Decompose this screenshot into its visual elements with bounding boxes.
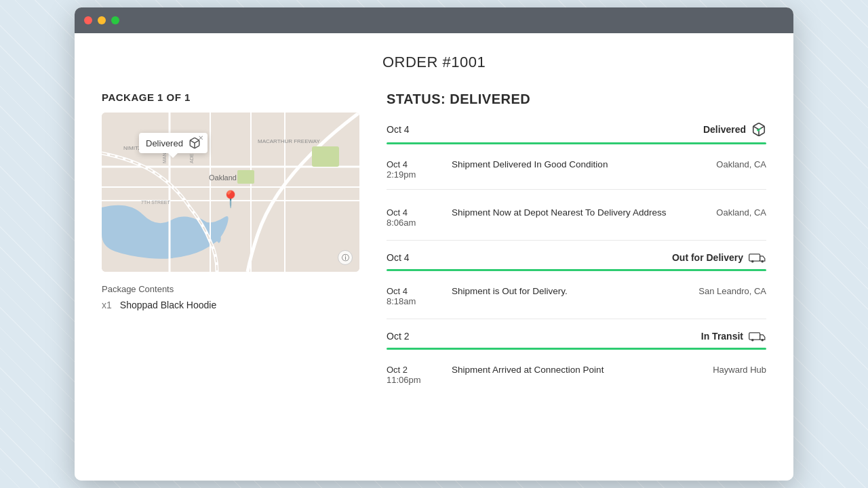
event-datetime: Oct 4 8:06am bbox=[387, 207, 441, 228]
map-popup: Delivered ✕ bbox=[139, 133, 208, 153]
event-description: Shipment Now at Depot Nearest To Deliver… bbox=[441, 207, 716, 218]
event-location: San Leandro, CA bbox=[698, 286, 766, 296]
group-divider bbox=[387, 240, 766, 241]
section-status-in-transit: In Transit bbox=[701, 330, 766, 342]
maximize-button[interactable] bbox=[111, 16, 119, 24]
popup-text: Delivered bbox=[146, 138, 183, 148]
close-button[interactable] bbox=[84, 16, 92, 24]
event-location: Hayward Hub bbox=[713, 365, 766, 375]
event-row: Oct 2 11:06pm Shipment Arrived at Connec… bbox=[387, 358, 766, 392]
event-datetime: Oct 4 2:19pm bbox=[387, 159, 441, 180]
section-header-delivered: Oct 4 Delivered bbox=[387, 122, 766, 142]
event-description: Shipment is Out for Delivery. bbox=[441, 286, 698, 296]
event-datetime: Oct 4 8:18am bbox=[387, 286, 441, 306]
out-delivery-progress-bar bbox=[387, 269, 766, 271]
out-delivery-label: Out for Delivery bbox=[672, 252, 743, 263]
event-row: Oct 4 8:18am Shipment is Out for Deliver… bbox=[387, 279, 766, 313]
popup-close-button[interactable]: ✕ bbox=[198, 134, 203, 142]
item-name: Shoppad Black Hoodie bbox=[120, 300, 216, 310]
left-panel: PACKAGE 1 OF 1 bbox=[102, 92, 359, 397]
event-row: Oct 4 2:19pm Shipment Delivered In Good … bbox=[387, 152, 766, 186]
event-description: Shipment Arrived at Connection Point bbox=[441, 365, 713, 375]
map-container[interactable]: Oakland NIMITZ FREEWAY MACARTHUR FREEWAY… bbox=[102, 113, 359, 272]
map-info-button[interactable]: ⓘ bbox=[338, 250, 353, 265]
svg-point-16 bbox=[751, 339, 754, 342]
contents-item: x1 Shoppad Black Hoodie bbox=[102, 300, 359, 310]
svg-text:Oakland: Oakland bbox=[209, 174, 237, 182]
event-divider bbox=[387, 189, 766, 190]
svg-text:7TH STREET: 7TH STREET bbox=[141, 200, 171, 205]
app-window: ORDER #1001 PACKAGE 1 OF 1 bbox=[75, 7, 793, 481]
svg-point-13 bbox=[751, 260, 754, 263]
in-transit-progress-bar bbox=[387, 348, 766, 350]
svg-rect-2 bbox=[237, 170, 254, 184]
event-location: Oakland, CA bbox=[716, 207, 766, 218]
section-date-out-delivery: Oct 4 bbox=[387, 252, 409, 263]
package-heading: PACKAGE 1 OF 1 bbox=[102, 92, 359, 103]
event-location: Oakland, CA bbox=[716, 159, 766, 169]
map-pin: 📍 bbox=[220, 191, 241, 207]
in-transit-label: In Transit bbox=[701, 331, 743, 342]
svg-point-17 bbox=[761, 339, 764, 342]
section-date-in-transit: Oct 2 bbox=[387, 331, 409, 342]
svg-rect-15 bbox=[749, 333, 760, 340]
minimize-button[interactable] bbox=[98, 16, 106, 24]
event-row: Oct 4 8:06am Shipment Now at Depot Neare… bbox=[387, 201, 766, 235]
order-title: ORDER #1001 bbox=[102, 54, 766, 71]
delivered-icon bbox=[751, 122, 766, 137]
tracking-group-delivered: Oct 4 Delivered bbox=[387, 122, 766, 235]
in-transit-truck-icon bbox=[749, 330, 766, 342]
right-panel: STATUS: DELIVERED Oct 4 Delivered bbox=[387, 92, 766, 397]
section-date-delivered: Oct 4 bbox=[387, 124, 409, 135]
svg-point-14 bbox=[761, 260, 764, 263]
main-layout: PACKAGE 1 OF 1 bbox=[102, 92, 766, 397]
svg-rect-1 bbox=[312, 146, 339, 167]
section-status-delivered: Delivered bbox=[703, 122, 766, 137]
package-contents: Package Contents x1 Shoppad Black Hoodie bbox=[102, 284, 359, 310]
item-qty: x1 bbox=[102, 300, 112, 310]
titlebar bbox=[75, 7, 793, 33]
group-divider bbox=[387, 319, 766, 319]
section-header-in-transit: Oct 2 In Transit bbox=[387, 330, 766, 348]
event-description: Shipment Delivered In Good Condition bbox=[441, 159, 716, 169]
page-content: ORDER #1001 PACKAGE 1 OF 1 bbox=[75, 33, 793, 481]
event-datetime: Oct 2 11:06pm bbox=[387, 365, 441, 385]
status-header: STATUS: DELIVERED bbox=[387, 92, 766, 107]
section-header-out-delivery: Oct 4 Out for Delivery bbox=[387, 251, 766, 269]
delivered-progress-bar bbox=[387, 142, 766, 144]
svg-text:MACARTHUR FREEWAY: MACARTHUR FREEWAY bbox=[258, 138, 321, 144]
delivered-label: Delivered bbox=[703, 124, 746, 135]
out-delivery-truck-icon bbox=[749, 251, 766, 264]
contents-label: Package Contents bbox=[102, 284, 359, 294]
tracking-group-in-transit: Oct 2 In Transit bbox=[387, 330, 766, 392]
section-status-out-delivery: Out for Delivery bbox=[672, 251, 766, 264]
tracking-group-out-for-delivery: Oct 4 Out for Delivery bbox=[387, 251, 766, 313]
svg-rect-12 bbox=[749, 254, 760, 261]
